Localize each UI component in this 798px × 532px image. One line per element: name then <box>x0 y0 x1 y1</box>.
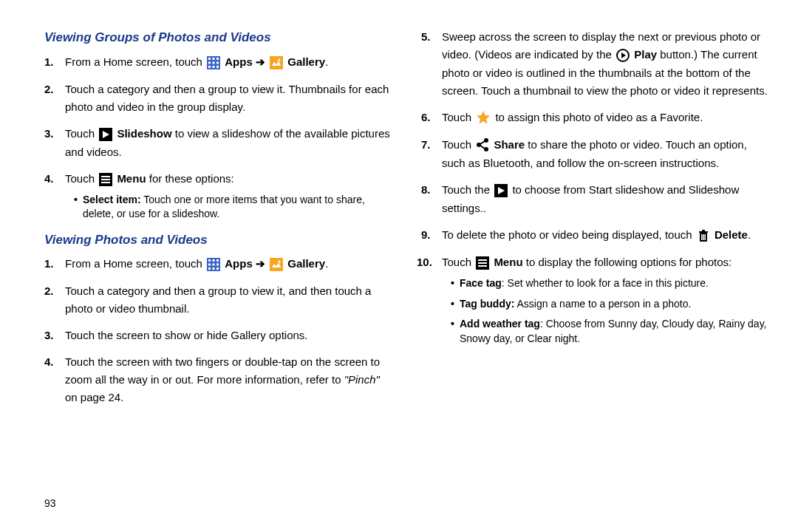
text: To delete the photo or video being displ… <box>442 228 695 241</box>
play-label: Play <box>634 48 657 61</box>
section-heading-groups: Viewing Groups of Photos and Videos <box>44 28 392 47</box>
s2-step7: Touch Share to share the photo or video.… <box>442 136 768 172</box>
apps-icon <box>207 54 220 72</box>
s2-step8: Touch the to choose from Start slideshow… <box>442 181 768 217</box>
s1-bullet1: Select item: Touch one or more items tha… <box>74 193 392 222</box>
menu-label: Menu <box>117 172 146 185</box>
s2-step2: Touch a category and then a group to vie… <box>65 282 392 318</box>
pinch-ref: "Pinch" <box>344 373 380 386</box>
menu-icon <box>99 171 112 188</box>
trash-icon <box>697 227 710 245</box>
text: Assign a name to a person in a photo. <box>514 298 691 310</box>
s2-step6: Touch to assign this photo of video as a… <box>442 109 768 127</box>
play-icon <box>99 126 112 143</box>
gallery-label: Gallery <box>287 257 325 270</box>
play-circle-icon <box>616 47 630 64</box>
s2-bullet1: Face tag: Set whether to look for a face… <box>451 276 768 291</box>
s1-step2: Touch a category and then a group to vie… <box>65 81 392 116</box>
s2-bullet3: Add weather tag: Choose from Sunny day, … <box>451 317 768 346</box>
label: Face tag <box>460 277 502 289</box>
text: to view a slideshow of the available pic… <box>65 127 390 158</box>
text: Touch <box>442 111 474 123</box>
s2-step5: Sweep across the screen to display the n… <box>442 28 768 100</box>
text: to display the following options for pho… <box>526 256 732 268</box>
s1-step4: Touch Menu for these options: Select ite… <box>65 170 392 222</box>
text: Touch the screen with two fingers or dou… <box>65 355 380 386</box>
page-number: 93 <box>44 496 56 511</box>
s2-step4: Touch the screen with two fingers or dou… <box>65 353 392 406</box>
text: Touch the <box>442 183 493 196</box>
text: Touch <box>65 172 98 185</box>
s1-step3: Touch Slideshow to view a slideshow of t… <box>65 125 392 161</box>
text: for these options: <box>149 172 234 185</box>
text: Touch <box>442 256 474 268</box>
page-columns: Viewing Groups of Photos and Videos From… <box>44 28 768 415</box>
s2-step10: Touch Menu to display the following opti… <box>442 253 768 346</box>
s1-step1: From a Home screen, touch Apps ➔ Gallery… <box>65 53 392 72</box>
right-column: Sweep across the screen to display the n… <box>421 28 768 415</box>
gallery-icon <box>270 54 283 72</box>
menu-label: Menu <box>494 256 522 268</box>
text: Touch <box>65 127 98 140</box>
apps-label: Apps <box>225 257 256 270</box>
apps-label: Apps <box>225 55 256 68</box>
s2-step3: Touch the screen to show or hide Gallery… <box>65 327 392 344</box>
left-column: Viewing Groups of Photos and Videos From… <box>44 28 392 415</box>
slideshow-label: Slideshow <box>117 127 171 140</box>
text: From a Home screen, touch <box>65 55 205 68</box>
play-icon <box>494 182 508 200</box>
share-icon <box>476 137 489 154</box>
arrow-icon: ➔ <box>256 257 265 270</box>
delete-label: Delete <box>715 228 748 241</box>
section-heading-viewing: Viewing Photos and Videos <box>44 231 392 250</box>
label: Tag buddy: <box>460 298 514 310</box>
text: . <box>748 228 751 241</box>
text: : Set whether to look for a face in this… <box>502 277 709 289</box>
arrow-icon: ➔ <box>256 55 265 68</box>
text: . <box>325 55 328 68</box>
text: to assign this photo of video as a Favor… <box>495 111 703 123</box>
text: From a Home screen, touch <box>65 257 205 270</box>
s2-step9: To delete the photo or video being displ… <box>442 226 768 245</box>
apps-icon <box>207 256 220 273</box>
text: on page 24. <box>65 391 123 403</box>
menu-icon <box>476 254 489 272</box>
gallery-icon <box>270 256 283 273</box>
s2-bullet2: Tag buddy: Assign a name to a person in … <box>451 297 768 312</box>
s2-step1: From a Home screen, touch Apps ➔ Gallery… <box>65 255 392 273</box>
bullet-label: Select item: <box>83 194 141 205</box>
share-label: Share <box>494 138 525 151</box>
text: . <box>325 257 328 270</box>
label: Add weather tag <box>460 318 540 330</box>
text: Touch <box>442 138 474 151</box>
gallery-label: Gallery <box>287 55 325 68</box>
star-icon <box>476 109 491 127</box>
